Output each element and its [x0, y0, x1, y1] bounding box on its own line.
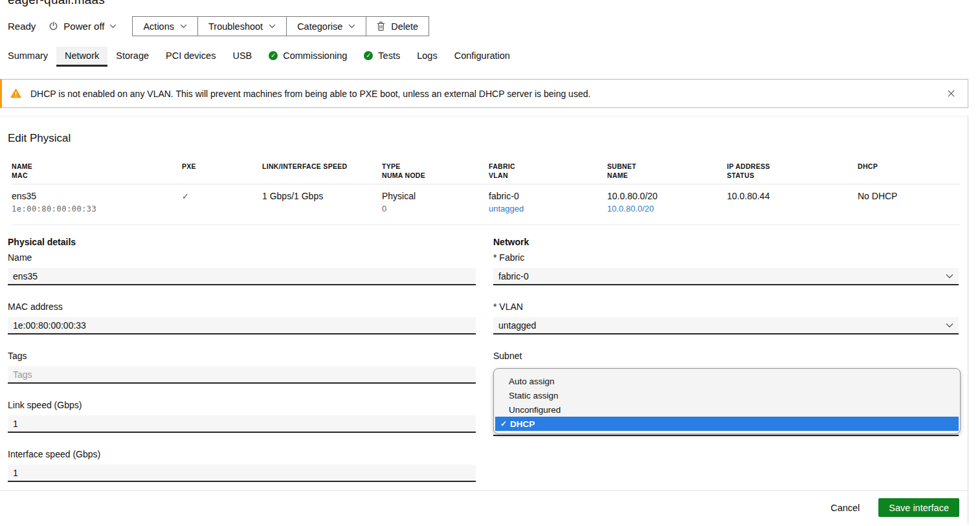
- subnet-select-underline: [493, 435, 959, 436]
- actions-button[interactable]: Actions: [133, 17, 198, 36]
- col-type-numa: TYPENUMA NODE: [382, 162, 489, 180]
- categorise-label: Categorise: [297, 21, 342, 32]
- cell-speed: 1 Gbps/1 Gbps: [262, 191, 382, 214]
- success-check-icon: ✓: [364, 51, 373, 60]
- table-header-row: NAMEMAC PXE LINK/INTERFACE SPEED TYPENUM…: [12, 162, 960, 184]
- tags-label: Tags: [8, 351, 476, 362]
- name-input[interactable]: [8, 268, 476, 285]
- chevron-down-icon: [269, 24, 276, 28]
- machine-tabs: Summary Network Storage PCI devices USB …: [8, 47, 980, 67]
- troubleshoot-label: Troubleshoot: [208, 21, 263, 32]
- machine-title: eager-quail.maas: [8, 0, 980, 7]
- option-label: Auto assign: [509, 377, 555, 386]
- chevron-down-icon: [180, 24, 187, 28]
- numa-node: 0: [382, 204, 489, 214]
- interface-mac: 1e:00:80:00:00:33: [12, 204, 182, 214]
- power-menu[interactable]: Power off: [49, 21, 117, 32]
- dhcp-status: No DHCP: [858, 191, 960, 202]
- delete-button[interactable]: Delete: [366, 17, 429, 36]
- vlan-link[interactable]: untagged: [489, 204, 524, 214]
- option-label: Static assign: [509, 391, 559, 400]
- power-icon: [49, 21, 58, 31]
- cell-type-numa: Physical 0: [382, 191, 489, 214]
- tags-field-group: Tags: [8, 351, 476, 384]
- tags-input[interactable]: [8, 366, 476, 384]
- banner-message: DHCP is not enabled on any VLAN. This wi…: [30, 89, 590, 99]
- cell-pxe: ✓: [182, 191, 262, 214]
- tab-network[interactable]: Network: [56, 47, 107, 67]
- subnet-dropdown-menu: Auto assign Static assign Unconfigured ✓…: [493, 368, 961, 434]
- subnet-option-static-assign[interactable]: Static assign: [494, 388, 960, 402]
- ip-address: 10.0.80.44: [727, 191, 858, 202]
- tab-label: Tests: [378, 50, 400, 61]
- option-label: Unconfigured: [509, 405, 561, 415]
- edit-physical-panel: Edit Physical NAMEMAC PXE LINK/INTERFACE…: [0, 116, 968, 524]
- subnet-cidr: 10.0.80.0/20: [607, 191, 727, 202]
- fabric-label: * Fabric: [493, 252, 959, 263]
- categorise-button[interactable]: Categorise: [287, 17, 366, 36]
- col-fabric-vlan: FABRICVLAN: [489, 162, 607, 180]
- form-footer: Cancel Save interface: [0, 490, 968, 524]
- interface-table: NAMEMAC PXE LINK/INTERFACE SPEED TYPENUM…: [12, 162, 960, 225]
- subnet-option-unconfigured[interactable]: Unconfigured: [494, 402, 960, 417]
- subnet-option-dhcp[interactable]: ✓ DHCP: [495, 417, 959, 431]
- tab-commissioning[interactable]: ✓ Commissioning: [260, 47, 355, 67]
- tab-pci-devices[interactable]: PCI devices: [157, 47, 224, 67]
- interface-speed-input[interactable]: [8, 465, 476, 482]
- link-speed-input[interactable]: [8, 415, 476, 433]
- cancel-button[interactable]: Cancel: [830, 503, 860, 513]
- col-name-mac: NAMEMAC: [12, 162, 182, 180]
- tab-label: Summary: [8, 50, 48, 61]
- cell-name-mac: ens35 1e:00:80:00:00:33: [12, 191, 182, 214]
- network-heading: Network: [493, 237, 959, 247]
- tab-label: Configuration: [454, 50, 510, 61]
- subnet-option-auto-assign[interactable]: Auto assign: [494, 374, 960, 388]
- network-column: Network * Fabric fabric-0 * VLAN untagge…: [493, 237, 959, 498]
- interface-speed-field-group: Interface speed (Gbps): [8, 449, 476, 482]
- edit-form: Physical details Name MAC address Tags L…: [0, 225, 968, 498]
- panel-title: Edit Physical: [0, 116, 968, 145]
- interface-speed-label: Interface speed (Gbps): [8, 449, 476, 460]
- tab-storage[interactable]: Storage: [107, 47, 157, 67]
- subnet-dropdown-wrap: Auto assign Static assign Unconfigured ✓…: [493, 368, 959, 434]
- chevron-down-icon: [946, 274, 953, 279]
- cell-dhcp: No DHCP: [858, 191, 960, 214]
- tab-label: Storage: [116, 50, 149, 61]
- pxe-check-icon: ✓: [182, 191, 262, 202]
- subnet-link[interactable]: 10.0.80.0/20: [607, 204, 654, 214]
- col-ip-status: IP ADDRESSSTATUS: [727, 162, 858, 180]
- selected-check-icon: ✓: [500, 419, 510, 428]
- physical-details-column: Physical details Name MAC address Tags L…: [8, 237, 476, 498]
- tab-label: PCI devices: [166, 50, 216, 61]
- link-speed: 1 Gbps/1 Gbps: [262, 191, 382, 202]
- save-interface-button[interactable]: Save interface: [878, 498, 959, 517]
- tab-tests[interactable]: ✓ Tests: [355, 47, 408, 67]
- subnet-label: Subnet: [493, 351, 959, 362]
- action-button-group: Actions Troubleshoot Categorise: [132, 16, 429, 36]
- mac-field-group: MAC address: [8, 301, 476, 334]
- tab-label: Commissioning: [283, 50, 347, 61]
- tab-logs[interactable]: Logs: [408, 47, 445, 67]
- tab-usb[interactable]: USB: [224, 47, 260, 67]
- mac-input[interactable]: [8, 317, 476, 334]
- fabric-field-group: * Fabric fabric-0: [493, 252, 959, 285]
- vlan-selected-value: untagged: [498, 320, 536, 331]
- delete-label: Delete: [391, 21, 418, 32]
- tab-configuration[interactable]: Configuration: [446, 47, 518, 67]
- success-check-icon: ✓: [269, 51, 278, 60]
- tab-label: Network: [65, 50, 99, 61]
- cell-subnet: 10.0.80.0/20 10.0.80.0/20: [607, 191, 727, 214]
- troubleshoot-button[interactable]: Troubleshoot: [198, 17, 287, 36]
- link-speed-label: Link speed (Gbps): [8, 400, 476, 411]
- tab-summary[interactable]: Summary: [8, 47, 56, 67]
- trash-icon: [377, 21, 385, 31]
- fabric-value: fabric-0: [489, 191, 607, 202]
- subnet-field-group: Subnet Auto assign Static assign Unconfi…: [493, 351, 959, 434]
- physical-details-heading: Physical details: [8, 237, 476, 247]
- link-speed-field-group: Link speed (Gbps): [8, 400, 476, 433]
- vlan-select[interactable]: untagged: [493, 317, 959, 334]
- machine-toolbar: Ready Power off Actions Troubleshoot Cat…: [8, 16, 980, 36]
- close-icon[interactable]: [945, 87, 957, 100]
- fabric-select[interactable]: fabric-0: [493, 268, 959, 285]
- name-field-group: Name: [8, 252, 476, 285]
